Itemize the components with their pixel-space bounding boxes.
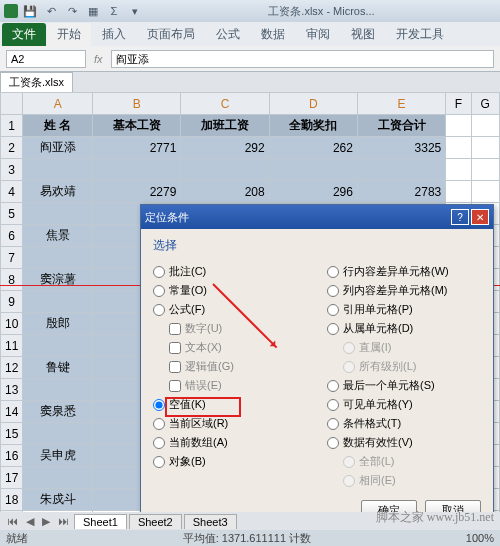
option-e[interactable]: 错误(E) — [169, 378, 307, 393]
formula-bar[interactable]: 阎亚添 — [111, 50, 494, 68]
option-y[interactable]: 可见单元格(Y) — [327, 397, 481, 412]
option-w[interactable]: 行内容差异单元格(W) — [327, 264, 481, 279]
undo-icon[interactable]: ↶ — [42, 2, 60, 20]
nav-prev-icon[interactable]: ◀ — [23, 515, 37, 528]
sum-icon[interactable]: Σ — [105, 2, 123, 20]
option-v[interactable]: 数据有效性(V) — [327, 435, 481, 450]
title-bar: 💾 ↶ ↷ ▦ Σ ▾ 工资条.xlsx - Micros... — [0, 0, 500, 22]
option-i: 直属(I) — [343, 340, 481, 355]
help-icon[interactable]: ? — [451, 209, 469, 225]
sheet-tab-2[interactable]: Sheet2 — [129, 514, 182, 529]
dialog-title: 定位条件 — [145, 210, 189, 225]
workbook-tab-bar: 工资条.xlsx — [0, 72, 500, 92]
option-a[interactable]: 当前数组(A) — [153, 435, 307, 450]
tab-view[interactable]: 视图 — [341, 23, 385, 46]
window-title: 工资条.xlsx - Micros... — [147, 4, 496, 19]
close-icon[interactable]: ✕ — [471, 209, 489, 225]
option-f[interactable]: 公式(F) — [153, 302, 307, 317]
option-g[interactable]: 逻辑值(G) — [169, 359, 307, 374]
nav-next-icon[interactable]: ▶ — [39, 515, 53, 528]
sheet-tab-1[interactable]: Sheet1 — [74, 514, 127, 529]
option-x[interactable]: 文本(X) — [169, 340, 307, 355]
option-k[interactable]: 空值(K) — [153, 397, 307, 412]
tab-insert[interactable]: 插入 — [92, 23, 136, 46]
watermark: 脚本之家 www.jb51.net — [376, 509, 494, 526]
formula-bar-row: A2 fx 阎亚添 — [0, 46, 500, 72]
option-r[interactable]: 当前区域(R) — [153, 416, 307, 431]
option-p[interactable]: 引用单元格(P) — [327, 302, 481, 317]
option-b[interactable]: 对象(B) — [153, 454, 307, 469]
option-o[interactable]: 常量(O) — [153, 283, 307, 298]
dialog-section: 选择 — [153, 237, 481, 254]
option-d[interactable]: 从属单元格(D) — [327, 321, 481, 336]
sheet-tab-3[interactable]: Sheet3 — [184, 514, 237, 529]
tab-home[interactable]: 开始 — [47, 23, 91, 46]
option-l: 所有级别(L) — [343, 359, 481, 374]
option-m[interactable]: 列内容差异单元格(M) — [327, 283, 481, 298]
qat-icon[interactable]: ▦ — [84, 2, 102, 20]
status-zoom[interactable]: 100% — [466, 532, 494, 544]
name-box[interactable]: A2 — [6, 50, 86, 68]
tab-dev[interactable]: 开发工具 — [386, 23, 454, 46]
status-ready: 就绪 — [6, 531, 28, 546]
nav-first-icon[interactable]: ⏮ — [4, 515, 21, 527]
status-bar: 就绪 平均值: 1371.611111 计数 100% — [0, 530, 500, 546]
option-s[interactable]: 最后一个单元格(S) — [327, 378, 481, 393]
app-icon — [4, 4, 18, 18]
option-c[interactable]: 批注(C) — [153, 264, 307, 279]
option-t[interactable]: 条件格式(T) — [327, 416, 481, 431]
status-stats: 平均值: 1371.611111 计数 — [183, 531, 311, 546]
option-u[interactable]: 数字(U) — [169, 321, 307, 336]
tab-formulas[interactable]: 公式 — [206, 23, 250, 46]
ribbon-tabs: 文件 开始 插入 页面布局 公式 数据 审阅 视图 开发工具 — [0, 22, 500, 46]
more-icon[interactable]: ▾ — [126, 2, 144, 20]
redo-icon[interactable]: ↷ — [63, 2, 81, 20]
tab-review[interactable]: 审阅 — [296, 23, 340, 46]
save-icon[interactable]: 💾 — [21, 2, 39, 20]
dialog-titlebar[interactable]: 定位条件 ? ✕ — [141, 205, 493, 229]
nav-last-icon[interactable]: ⏭ — [55, 515, 72, 527]
tab-data[interactable]: 数据 — [251, 23, 295, 46]
option-all: 全部(L) — [343, 454, 481, 469]
goto-special-dialog: 定位条件 ? ✕ 选择 批注(C)常量(O)公式(F)数字(U)文本(X)逻辑值… — [140, 204, 494, 532]
workbook-tab[interactable]: 工资条.xlsx — [0, 72, 73, 93]
tab-layout[interactable]: 页面布局 — [137, 23, 205, 46]
option-same: 相同(E) — [343, 473, 481, 488]
tab-file[interactable]: 文件 — [2, 23, 46, 46]
fx-icon[interactable]: fx — [94, 53, 103, 65]
